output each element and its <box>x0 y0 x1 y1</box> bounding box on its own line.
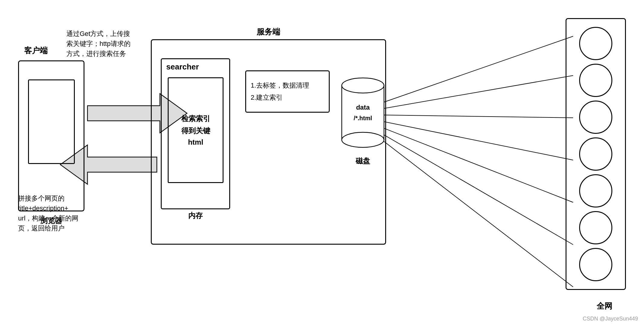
memory-label: 内存 <box>188 211 203 220</box>
index-box: 检索索引 得到关键 html <box>168 77 224 183</box>
client-label: 客户端 <box>24 45 48 56</box>
arrow-up-text: 通过Get方式，上传搜 索关键字；http请求的 方式，进行搜索任务 <box>66 29 131 59</box>
server-label: 服务端 <box>257 27 280 37</box>
svg-text:data: data <box>356 104 370 111</box>
web-circle-7 <box>579 248 612 281</box>
svg-line-3 <box>365 76 573 112</box>
svg-line-6 <box>365 121 573 202</box>
diagram: 客户端 浏览器 通过Get方式，上传搜 索关键字；http请求的 方式，进行搜索… <box>0 0 644 328</box>
searcher-label: searcher <box>166 62 199 72</box>
arrow-down-text: 拼接多个网页的 title+description+ url，构建一个新的网 页… <box>18 193 78 233</box>
memory-box: searcher 检索索引 得到关键 html 内存 <box>161 58 230 209</box>
web-circle-6 <box>579 211 612 244</box>
svg-line-8 <box>365 127 573 287</box>
svg-text:/*.html: /*.html <box>354 115 372 121</box>
cylinder-svg: data /*.html <box>339 73 387 158</box>
svg-line-7 <box>365 124 573 245</box>
web-circle-2 <box>579 64 612 97</box>
cylinder-container: data /*.html 磁盘 <box>339 73 387 166</box>
server-box: 服务端 searcher 检索索引 得到关键 html 内存 1.去标签，数据清… <box>151 39 386 245</box>
browser-box: 浏览器 <box>18 60 84 211</box>
web-circle-5 <box>579 174 612 207</box>
web-circle-4 <box>579 137 612 171</box>
watermark: CSDN @JayceSun449 <box>583 316 638 322</box>
browser-inner-screen <box>28 79 75 164</box>
internet-label: 全网 <box>597 301 612 311</box>
svg-rect-9 <box>342 85 384 140</box>
web-circle-3 <box>579 101 612 134</box>
svg-point-11 <box>342 132 384 147</box>
svg-line-5 <box>365 118 573 160</box>
svg-line-2 <box>365 36 573 109</box>
internet-panel <box>566 18 626 290</box>
svg-point-10 <box>342 78 384 93</box>
web-circle-1 <box>579 27 612 60</box>
svg-line-4 <box>365 115 573 118</box>
cleaning-box: 1.去标签，数据清理 2.建立索引 <box>245 70 330 113</box>
